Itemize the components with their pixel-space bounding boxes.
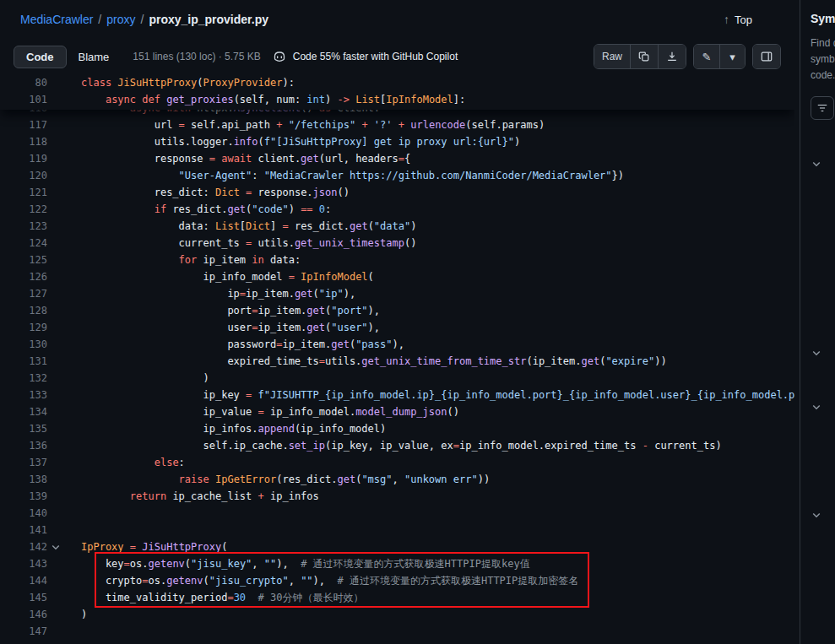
breadcrumb: MediaCrawler / proxy / proxy_ip_provider… [20, 13, 268, 26]
line-number[interactable]: 101 [0, 91, 47, 108]
code-line: 144 crypto=os.getenv("jisu_crypto", ""),… [0, 572, 794, 589]
file-meta: 151 lines (130 loc) · 5.75 KB [133, 51, 260, 62]
symbols-panel-toggle-button[interactable] [753, 45, 780, 68]
code-blame-switch: Code Blame [14, 46, 121, 68]
chevron-slot [47, 606, 64, 623]
code-text: ip_key = f"JISUHTTP_{ip_info_model.ip}_{… [64, 387, 794, 403]
line-number[interactable]: 144 [0, 572, 47, 589]
breadcrumb-repo-link[interactable]: MediaCrawler [20, 13, 93, 26]
line-number[interactable]: 121 [0, 184, 47, 201]
line-number[interactable]: 118 [0, 133, 47, 150]
toolbar-actions: Raw ✎ ▾ [594, 44, 781, 69]
line-number[interactable]: 142 [0, 538, 47, 555]
line-number[interactable]: 119 [0, 150, 47, 167]
chevron-slot [47, 403, 64, 420]
symbols-panel-description: Find definitions and references for func… [811, 35, 835, 84]
line-number[interactable]: 145 [0, 589, 47, 606]
code-text: ip_info_model = IpInfoModel( [64, 268, 374, 285]
section-chevron-icon[interactable] [811, 508, 821, 523]
line-number[interactable]: 120 [0, 167, 47, 184]
section-chevron-icon[interactable] [811, 400, 821, 415]
line-number[interactable]: 132 [0, 370, 47, 387]
line-number[interactable]: 133 [0, 387, 47, 403]
collapse-chevron-icon[interactable] [47, 538, 64, 555]
arrow-up-icon: ↑ [724, 13, 729, 26]
line-number[interactable]: 131 [0, 353, 47, 370]
edit-file-button[interactable]: ✎ [694, 45, 719, 68]
edit-dropdown-button[interactable]: ▾ [719, 45, 745, 68]
line-number[interactable]: 127 [0, 285, 47, 302]
code-line: 120 "User-Agent": "MediaCrawler https://… [0, 167, 794, 184]
line-number[interactable]: 128 [0, 302, 47, 319]
chevron-slot [47, 420, 64, 437]
back-to-top-button[interactable]: ↑ Top [724, 13, 752, 26]
top-button-label: Top [735, 14, 752, 26]
line-number[interactable]: 124 [0, 235, 47, 252]
line-number[interactable]: 143 [0, 555, 47, 572]
code-line: 124 current_ts = utils.get_unix_timestam… [0, 235, 794, 252]
code-line: 145 time_validity_period=30 # 30分钟（最长时效） [0, 589, 794, 606]
code-line: 129 user=ip_item.get("user"), [0, 319, 794, 336]
breadcrumb-separator: / [140, 13, 144, 26]
line-number[interactable]: 141 [0, 522, 47, 538]
line-number[interactable]: 126 [0, 268, 47, 285]
chevron-slot [47, 336, 64, 353]
chevron-slot [47, 623, 64, 640]
copy-raw-button[interactable] [630, 45, 658, 68]
line-number[interactable]: 139 [0, 488, 47, 505]
line-number[interactable]: 129 [0, 319, 47, 336]
line-number[interactable]: 117 [0, 116, 47, 133]
code-text: ip_infos.append(ip_info_model) [64, 420, 386, 437]
code-line: 141 [0, 522, 794, 538]
code-line: 123 data: List[Dict] = res_dict.get("dat… [0, 218, 794, 235]
tab-code[interactable]: Code [14, 46, 67, 68]
chevron-slot [47, 184, 64, 201]
chevron-slot [47, 285, 64, 302]
line-number[interactable]: 123 [0, 218, 47, 235]
chevron-slot [47, 387, 64, 403]
download-icon [666, 51, 678, 62]
code-line: 138 raise IpGetError(res_dict.get("msg",… [0, 471, 794, 488]
code-line: 80class JiSuHttpProxy(ProxyProvider): [0, 74, 794, 91]
symbols-filter-button[interactable] [811, 96, 834, 120]
line-number[interactable]: 146 [0, 606, 47, 623]
line-number[interactable]: 122 [0, 201, 47, 218]
line-number[interactable]: 136 [0, 437, 47, 454]
raw-copy-download-group: Raw [594, 44, 686, 69]
code-text: time_validity_period=30 # 30分钟（最长时效） [64, 589, 363, 606]
symbols-toggle-group [752, 44, 781, 69]
code-viewer: 116 async with httpx.AsyncClient() as cl… [0, 74, 794, 644]
chevron-slot [47, 116, 64, 133]
chevron-slot [47, 133, 64, 150]
copilot-banner[interactable]: Code 55% faster with GitHub Copilot [273, 50, 458, 63]
code-line: 126 ip_info_model = IpInfoModel( [0, 268, 794, 285]
code-text: self.ip_cache.set_ip(ip_key, ip_value, e… [64, 437, 722, 454]
code-text: else: [64, 454, 185, 471]
chevron-slot [47, 201, 64, 218]
code-text: current_ts = utils.get_unix_timestamp() [64, 235, 416, 252]
section-chevron-icon[interactable] [811, 157, 821, 172]
line-number[interactable]: 147 [0, 623, 47, 640]
line-number[interactable]: 80 [0, 74, 47, 91]
chevron-down-icon: ▾ [729, 51, 735, 62]
code-line: 140 [0, 505, 794, 522]
chevron-slot [47, 454, 64, 471]
line-number[interactable]: 130 [0, 336, 47, 353]
code-text: if res_dict.get("code") == 0: [64, 201, 331, 218]
line-number[interactable]: 138 [0, 471, 47, 488]
tab-blame[interactable]: Blame [67, 46, 122, 68]
code-line: 137 else: [0, 454, 794, 471]
line-number[interactable]: 135 [0, 420, 47, 437]
breadcrumb-dir-link[interactable]: proxy [106, 13, 135, 26]
section-chevron-icon[interactable] [811, 346, 821, 361]
code-line: 130 password=ip_item.get("pass"), [0, 336, 794, 353]
code-text: response = await client.get(url, headers… [64, 150, 410, 167]
line-number[interactable]: 140 [0, 505, 47, 522]
line-number[interactable]: 125 [0, 252, 47, 268]
line-number[interactable]: 134 [0, 403, 47, 420]
download-raw-button[interactable] [658, 45, 686, 68]
copilot-text: Code 55% faster with GitHub Copilot [293, 51, 458, 62]
line-number[interactable]: 137 [0, 454, 47, 471]
symbols-panel-icon [761, 51, 773, 62]
raw-button[interactable]: Raw [594, 45, 630, 68]
